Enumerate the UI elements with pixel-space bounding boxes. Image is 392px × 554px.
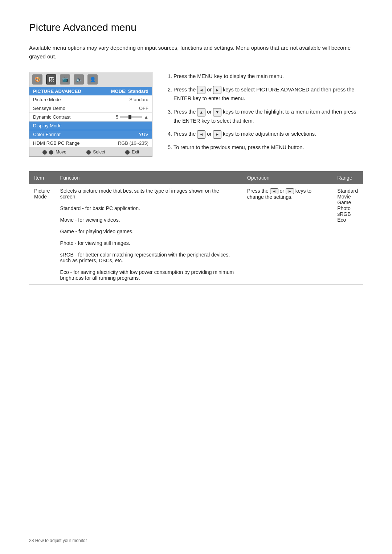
steps-section: Press the MENU key to display the main m… [167,72,363,156]
col-range: Range [332,171,363,184]
osd-icon-system: 👤 [87,74,98,85]
step-4: Press the ◄ or ► keys to make adjustment… [173,130,363,139]
osd-value-hdmi-rgb: RGB (16~235) [118,140,148,146]
osd-value-color-format: YUV [139,132,148,137]
steps-list: Press the MENU key to display the main m… [167,72,363,152]
osd-slider-thumb [128,115,131,119]
osd-header: PICTURE ADVANCED MODE: Standard [29,87,152,95]
key-down: ▼ [213,108,221,116]
cell-operation: Press the ◄ or ► keys to change the sett… [242,184,332,285]
osd-footer-select: Select [86,149,105,155]
key-right: ► [213,86,221,94]
osd-value-picture-mode: Standard [129,97,148,102]
osd-row-hdmi-rgb: HDMI RGB PC Range RGB (16~235) [29,139,152,148]
osd-dot-select [86,150,91,155]
cell-range: StandardMovieGamePhotosRGBEco [332,184,363,285]
table-header: Item Function Operation Range [29,171,363,184]
osd-footer-select-label: Select [93,149,105,155]
page-container: Picture Advanced menu Available menu opt… [0,0,392,314]
col-operation: Operation [242,171,332,184]
page-title: Picture Advanced menu [29,22,363,33]
step-3: Press the ▲ or ▼ keys to move the highli… [173,107,363,125]
step-2: Press the ◄ or ► keys to select PICTURE … [173,85,363,103]
osd-footer-move-label: Move [56,149,66,155]
osd-footer-exit: Exit [125,149,139,155]
osd-dot-move-1 [42,150,47,155]
table-header-row: Item Function Operation Range [29,171,363,184]
osd-row-picture-mode: Picture Mode Standard [29,95,152,104]
cell-item: PictureMode [29,184,55,285]
osd-icon-audio: 🔈 [74,74,84,85]
osd-dot-move-2 [49,150,53,155]
osd-dot-exit [125,150,130,155]
osd-icon-bar: 🎨 🖼 📺 🔈 👤 [29,72,152,87]
osd-row-senseye: Senseye Demo OFF [29,104,152,113]
key-right-2: ► [213,130,221,139]
page-footer: 28 How to adjust your monitor [29,538,87,543]
osd-icon-picture: 🎨 [32,74,42,85]
col-item: Item [29,171,55,184]
osd-label-color-format: Color Format [33,132,61,137]
col-function: Function [55,171,242,184]
osd-label-display-mode: Display Mode [33,123,62,128]
osd-label-picture-mode: Picture Mode [33,97,61,102]
key-left-op: ◄ [270,188,278,194]
info-table: Item Function Operation Range PictureMod… [29,171,363,285]
osd-label-dynamic-contrast: Dynamic Contrast [33,114,70,120]
osd-header-label: PICTURE ADVANCED [33,89,81,94]
osd-label-senseye: Senseye Demo [33,106,65,111]
table-row: PictureMode Selects a picture mode that … [29,184,363,285]
osd-slider-bar [120,116,142,118]
osd-value-dynamic-contrast: 5 ▲ [116,114,148,120]
osd-menu: 🎨 🖼 📺 🔈 👤 PICTURE ADVANCED MODE: Standar… [29,72,152,157]
key-right-op: ► [286,188,294,194]
osd-icon-advanced: 🖼 [46,74,56,85]
osd-row-display-mode: Display Mode [29,122,152,130]
osd-value-senseye: OFF [139,106,148,111]
osd-icon-display: 📺 [60,74,70,85]
step-1: Press the MENU key to display the main m… [173,72,363,81]
osd-row-color-format: Color Format YUV [29,130,152,139]
osd-footer: Move Select Exit [29,148,152,156]
key-up: ▲ [197,108,205,116]
table-body: PictureMode Selects a picture mode that … [29,184,363,285]
intro-text: Available menu options may vary dependin… [29,44,363,61]
osd-row-dynamic-contrast: Dynamic Contrast 5 ▲ [29,113,152,122]
osd-label-hdmi-rgb: HDMI RGB PC Range [33,140,80,146]
osd-header-mode: MODE: Standard [111,89,148,94]
step-5: To return to the previous menu, press th… [173,143,363,152]
cell-function: Selects a picture mode that best suits t… [55,184,242,285]
osd-footer-exit-label: Exit [132,149,139,155]
two-column-section: 🎨 🖼 📺 🔈 👤 PICTURE ADVANCED MODE: Standar… [29,72,363,157]
osd-footer-move: Move [42,149,66,155]
key-left-2: ◄ [197,130,205,139]
key-left: ◄ [197,86,205,94]
